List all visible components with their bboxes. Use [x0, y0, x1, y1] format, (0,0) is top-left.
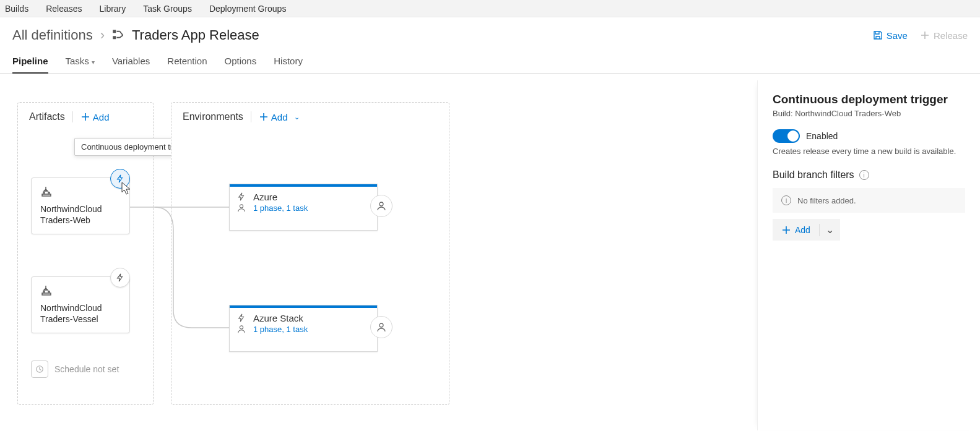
environments-header: Environments Add ⌄	[171, 103, 449, 131]
page-title: Traders App Release	[132, 27, 259, 43]
schedule-text: Schedule not set	[54, 364, 119, 374]
env-approver-button-azure[interactable]	[370, 195, 392, 217]
cd-trigger-button-web[interactable]	[110, 169, 130, 189]
add-env-label: Add	[271, 112, 288, 122]
filters-empty-text: No filters added.	[797, 196, 856, 205]
tab-tasks-label: Tasks	[66, 56, 89, 66]
person-icon	[237, 203, 246, 212]
add-artifact-label: Add	[93, 112, 110, 122]
env-name: Azure	[253, 192, 308, 202]
plus-icon	[259, 112, 269, 122]
release-icon	[112, 29, 124, 41]
info-icon[interactable]: i	[859, 170, 869, 180]
side-subtitle: Build: NorthwindCloud Traders-Web	[773, 109, 965, 118]
svg-rect-1	[113, 36, 116, 39]
nav-library[interactable]: Library	[100, 4, 126, 14]
lightning-icon	[116, 174, 124, 183]
save-icon	[873, 30, 883, 40]
breadcrumb: All definitions › Traders App Release	[12, 27, 259, 43]
release-label: Release	[934, 30, 968, 41]
schedule-indicator[interactable]: Schedule not set	[31, 361, 119, 378]
svg-point-3	[240, 205, 243, 208]
person-icon	[376, 201, 386, 211]
cd-trigger-side-panel: Continuous deployment trigger Build: Nor…	[757, 80, 980, 430]
cd-trigger-button-vessel[interactable]	[110, 268, 130, 288]
save-button[interactable]: Save	[873, 30, 908, 41]
tab-tasks[interactable]: Tasks▾	[66, 51, 95, 73]
svg-rect-0	[113, 30, 116, 33]
info-icon: i	[781, 195, 791, 205]
tab-options[interactable]: Options	[225, 51, 257, 73]
top-nav: Builds Releases Library Task Groups Depl…	[0, 0, 980, 17]
nav-builds[interactable]: Builds	[5, 4, 28, 14]
svg-point-6	[379, 323, 383, 327]
artifacts-header: Artifacts Add	[18, 103, 153, 131]
tab-pipeline[interactable]: Pipeline	[12, 51, 48, 74]
environment-card-azurestack[interactable]: Azure Stack 1 phase, 1 task	[229, 305, 378, 352]
breadcrumb-row: All definitions › Traders App Release Sa…	[0, 17, 980, 51]
chevron-down-icon: ⌄	[294, 113, 300, 121]
enable-toggle[interactable]	[773, 129, 800, 143]
env-icons	[237, 192, 246, 212]
lightning-icon	[237, 314, 246, 322]
environments-panel: Environments Add ⌄	[171, 102, 449, 405]
release-button: Release	[920, 30, 968, 41]
header-actions: Save Release	[873, 30, 968, 41]
svg-point-5	[240, 326, 243, 329]
person-icon	[376, 322, 386, 332]
chevron-down-icon: ▾	[92, 59, 95, 66]
build-icon	[40, 288, 53, 299]
env-approver-button-azurestack[interactable]	[370, 316, 392, 338]
filters-empty-state: i No filters added.	[773, 188, 965, 213]
filters-heading-text: Build branch filters	[773, 169, 854, 181]
person-icon	[237, 325, 246, 333]
add-environment-button[interactable]: Add ⌄	[259, 112, 300, 122]
lightning-icon	[116, 273, 124, 282]
side-title: Continuous deployment trigger	[773, 93, 965, 106]
nav-deployment-groups[interactable]: Deployment Groups	[209, 4, 287, 14]
tab-history[interactable]: History	[274, 51, 303, 73]
env-phase-link[interactable]: 1 phase, 1 task	[253, 325, 308, 334]
nav-task-groups[interactable]: Task Groups	[143, 4, 192, 14]
artifacts-title: Artifacts	[29, 111, 65, 122]
artifact-name: NorthwindCloud Traders-Vessel	[40, 303, 121, 325]
add-filter-dropdown[interactable]: ⌄	[820, 219, 840, 241]
plus-icon	[80, 112, 90, 122]
tabs: Pipeline Tasks▾ Variables Retention Opti…	[0, 51, 980, 74]
environments-title: Environments	[183, 111, 243, 122]
tab-retention[interactable]: Retention	[167, 51, 207, 73]
breadcrumb-sep: ›	[100, 27, 105, 43]
build-icon	[40, 189, 53, 200]
env-icons	[237, 314, 246, 333]
lightning-icon	[237, 192, 246, 201]
filters-heading: Build branch filters i	[773, 169, 965, 181]
clock-icon	[31, 361, 48, 378]
separator	[251, 111, 251, 122]
environment-card-azure[interactable]: Azure 1 phase, 1 task	[229, 184, 378, 231]
env-name: Azure Stack	[253, 313, 308, 323]
env-phase-link[interactable]: 1 phase, 1 task	[253, 203, 308, 213]
tab-variables[interactable]: Variables	[112, 51, 150, 73]
save-label: Save	[887, 30, 908, 41]
separator	[72, 111, 73, 122]
toggle-label: Enabled	[806, 131, 838, 141]
nav-releases[interactable]: Releases	[46, 4, 82, 14]
plus-icon	[781, 225, 791, 235]
plus-icon	[920, 30, 930, 40]
breadcrumb-root[interactable]: All definitions	[12, 27, 93, 43]
artifact-name: NorthwindCloud Traders-Web	[40, 204, 121, 226]
svg-point-4	[379, 202, 383, 206]
add-filter-label: Add	[795, 225, 810, 235]
add-artifact-button[interactable]: Add	[80, 112, 110, 122]
add-filter-button[interactable]: Add ⌄	[773, 219, 840, 241]
toggle-description: Creates release every time a new build i…	[773, 147, 965, 156]
